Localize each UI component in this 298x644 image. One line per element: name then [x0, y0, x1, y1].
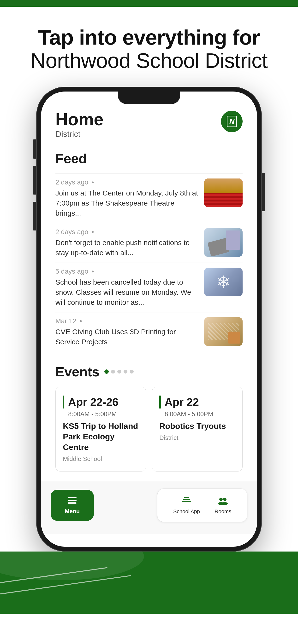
bottom-navigation: Menu School App	[41, 481, 257, 534]
event-date: Apr 22-26	[63, 396, 139, 408]
dot-4	[123, 370, 127, 374]
school-app-tab[interactable]: School App	[166, 494, 207, 517]
svg-point-7	[223, 498, 226, 501]
power-button	[262, 173, 265, 211]
feed-item-text: 2 days ago • Join us at The Center on Mo…	[55, 178, 199, 218]
events-cards-container: Apr 22-26 8:00AM - 5:00PM KS5 Trip to Ho…	[55, 387, 243, 472]
header-section: Tap into everything for Northwood School…	[0, 7, 298, 87]
screen-content: Home District N Feed 2 days ago •	[41, 92, 257, 481]
phone-mockup-wrapper: Home District N Feed 2 days ago •	[0, 87, 298, 552]
feed-item[interactable]: Mar 12 • CVE Giving Club Uses 3D Printin…	[55, 312, 243, 352]
feed-item[interactable]: 2 days ago • Don't forget to enable push…	[55, 223, 243, 262]
svg-rect-3	[182, 501, 191, 502]
feed-item-text: 5 days ago • School has been cancelled t…	[55, 268, 199, 308]
header-title-line1: Tap into everything for	[19, 26, 279, 49]
feed-description: CVE Giving Club Uses 3D Printing for Ser…	[55, 327, 199, 347]
volume-down-button	[33, 202, 36, 230]
bottom-green-area	[0, 552, 298, 614]
event-name: Robotics Tryouts	[159, 421, 235, 431]
event-location: Middle School	[63, 455, 139, 463]
phone-thumbnail	[204, 228, 243, 257]
feed-item[interactable]: 2 days ago • Join us at The Center on Mo…	[55, 174, 243, 223]
volume-silent-button	[33, 140, 36, 158]
school-app-icon	[181, 496, 192, 506]
event-card[interactable]: Apr 22-26 8:00AM - 5:00PM KS5 Trip to Ho…	[55, 387, 146, 472]
feed-image-phone	[204, 228, 243, 257]
printing-thumbnail	[204, 317, 243, 346]
field-line-1	[0, 567, 107, 585]
feed-timestamp: 5 days ago •	[55, 268, 199, 275]
school-badge-letter: N	[227, 116, 237, 127]
events-header: Events	[55, 364, 243, 380]
home-header: Home District N	[55, 111, 243, 139]
feed-image-snow	[204, 268, 243, 296]
event-date: Apr 22	[159, 396, 235, 408]
phone-screen: Home District N Feed 2 days ago •	[41, 92, 257, 547]
feed-image-theater	[204, 178, 243, 207]
feed-item[interactable]: 5 days ago • School has been cancelled t…	[55, 262, 243, 312]
school-app-label: School App	[173, 508, 200, 514]
home-subtitle: District	[55, 130, 103, 139]
svg-rect-1	[68, 500, 77, 501]
home-title-group: Home District	[55, 111, 103, 139]
feed-description: Join us at The Center on Monday, July 8t…	[55, 188, 199, 218]
dot-3	[117, 370, 121, 374]
event-name: KS5 Trip to Holland Park Ecology Centre	[63, 421, 139, 452]
snow-thumbnail	[204, 268, 243, 296]
event-time: 8:00AM - 5:00PM	[63, 410, 139, 418]
events-section: Events Apr 22-26 8:00A	[55, 364, 243, 472]
event-card[interactable]: Apr 22 8:00AM - 5:00PM Robotics Tryouts …	[152, 387, 243, 472]
phone-device: Home District N Feed 2 days ago •	[36, 87, 262, 552]
svg-point-6	[219, 498, 223, 501]
header-bold-text: Tap into everything for	[38, 26, 260, 49]
feed-timestamp: 2 days ago •	[55, 228, 199, 236]
feed-description: Don't forget to enable push notification…	[55, 238, 199, 258]
dot-1-active	[104, 370, 109, 374]
theater-thumbnail	[204, 178, 243, 207]
top-status-bar	[0, 0, 298, 7]
feed-timestamp: 2 days ago •	[55, 178, 199, 186]
menu-label: Menu	[65, 508, 80, 514]
phone-notch	[118, 92, 180, 104]
feed-item-text: Mar 12 • CVE Giving Club Uses 3D Printin…	[55, 317, 199, 347]
volume-up-button	[33, 166, 36, 194]
header-title-line2: Northwood School District	[19, 49, 279, 72]
svg-rect-4	[183, 499, 190, 500]
field-line-2	[0, 575, 131, 596]
feed-title: Feed	[55, 151, 243, 166]
home-title: Home	[55, 111, 103, 128]
rooms-label: Rooms	[215, 508, 231, 514]
rooms-tab[interactable]: Rooms	[207, 494, 238, 517]
svg-rect-0	[68, 497, 77, 498]
menu-button[interactable]: Menu	[51, 490, 94, 521]
feed-section: Feed 2 days ago • Join us at The Center …	[55, 151, 243, 352]
events-title: Events	[55, 364, 100, 380]
event-time: 8:00AM - 5:00PM	[159, 410, 235, 418]
svg-point-9	[222, 502, 228, 505]
feed-timestamp: Mar 12 •	[55, 317, 199, 325]
header-normal-text: Northwood School District	[31, 49, 267, 72]
event-location: District	[159, 434, 235, 442]
feed-description: School has been cancelled today due to s…	[55, 277, 199, 308]
svg-rect-2	[68, 502, 77, 504]
svg-rect-5	[184, 497, 189, 498]
menu-icon	[68, 496, 77, 506]
feed-item-text: 2 days ago • Don't forget to enable push…	[55, 228, 199, 258]
page-dots	[104, 370, 134, 374]
dot-2	[111, 370, 115, 374]
tab-group: School App Rooms	[157, 488, 247, 522]
rooms-icon	[218, 496, 228, 506]
feed-image-3d	[204, 317, 243, 346]
dot-5	[130, 370, 134, 374]
school-badge[interactable]: N	[221, 111, 243, 132]
